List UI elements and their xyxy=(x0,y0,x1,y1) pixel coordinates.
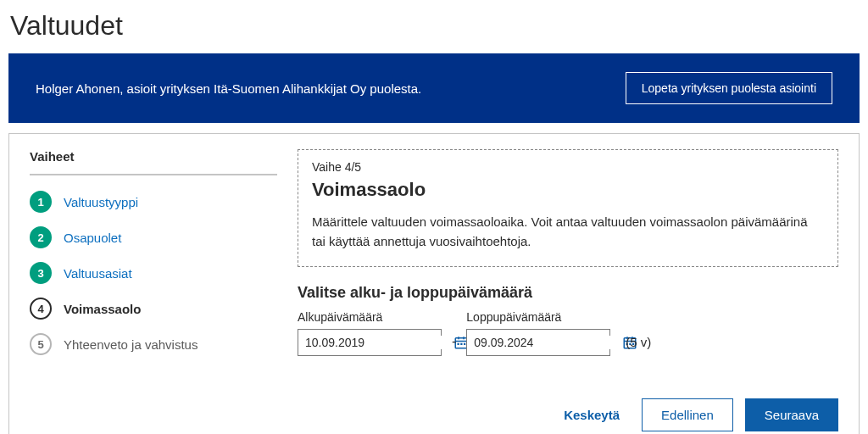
svg-rect-4 xyxy=(458,343,459,345)
step-label-3: Valtuusasiat xyxy=(64,266,132,281)
end-date-group: Loppupäivämäärä xyxy=(466,310,610,356)
step-number-1: 1 xyxy=(30,191,52,213)
step-label-4: Voimassaolo xyxy=(64,302,141,316)
step-label-5: Yhteenveto ja vahvistus xyxy=(64,337,198,352)
svg-rect-5 xyxy=(460,343,462,345)
step-label-2: Osapuolet xyxy=(64,231,121,245)
date-section-title: Valitse alku- ja loppupäivämäärä xyxy=(298,284,838,302)
date-range-separator: - xyxy=(452,334,456,356)
next-button[interactable]: Seuraava xyxy=(745,398,838,431)
step-yhteenveto[interactable]: 5 Yhteenveto ja vahvistus xyxy=(30,333,277,355)
start-date-input[interactable] xyxy=(305,336,453,349)
main-description: Määrittele valtuuden voimassaoloaika. Vo… xyxy=(312,213,824,251)
steps-list: 1 Valtuustyyppi 2 Osapuolet 3 Valtuusasi… xyxy=(30,191,277,355)
start-date-group: Alkupäivämäärä xyxy=(298,310,442,356)
date-row: Alkupäivämäärä - xyxy=(298,310,838,356)
steps-sidebar: Vaiheet 1 Valtuustyyppi 2 Osapuolet 3 Va… xyxy=(9,134,298,434)
step-label-1: Valtuustyyppi xyxy=(64,195,138,209)
end-date-input[interactable] xyxy=(474,336,622,349)
start-date-input-wrap[interactable] xyxy=(298,329,442,356)
action-bar: Keskeytä Edellinen Seuraava xyxy=(298,398,838,431)
step-number-2: 2 xyxy=(30,226,52,248)
main-content: Vaihe 4/5 Voimassaolo Määrittele valtuud… xyxy=(298,134,859,434)
cancel-button[interactable]: Keskeytä xyxy=(554,399,630,431)
step-osapuolet[interactable]: 2 Osapuolet xyxy=(30,226,277,248)
previous-button[interactable]: Edellinen xyxy=(642,398,733,431)
end-date-label: Loppupäivämäärä xyxy=(466,310,610,324)
step-header-box: Vaihe 4/5 Voimassaolo Määrittele valtuud… xyxy=(298,149,838,267)
step-valtuustyyppi[interactable]: 1 Valtuustyyppi xyxy=(30,191,277,213)
step-number-3: 3 xyxy=(30,262,52,284)
duration-text: (5 v) xyxy=(626,335,651,356)
step-indicator: Vaihe 4/5 xyxy=(312,160,824,174)
step-valtuusasiat[interactable]: 3 Valtuusasiat xyxy=(30,262,277,284)
content-card: Vaiheet 1 Valtuustyyppi 2 Osapuolet 3 Va… xyxy=(8,133,860,434)
sidebar-title: Vaiheet xyxy=(30,149,277,175)
start-date-label: Alkupäivämäärä xyxy=(298,310,442,324)
end-date-input-wrap[interactable] xyxy=(466,329,610,356)
main-title: Voimassaolo xyxy=(312,179,824,201)
step-number-5: 5 xyxy=(30,333,52,355)
step-voimassaolo[interactable]: 4 Voimassaolo xyxy=(30,298,277,320)
acting-on-behalf-banner: Holger Ahonen, asioit yrityksen Itä-Suom… xyxy=(8,53,860,123)
banner-text: Holger Ahonen, asioit yrityksen Itä-Suom… xyxy=(36,81,421,96)
svg-rect-6 xyxy=(464,343,465,345)
page-title: Valtuudet xyxy=(10,10,860,42)
stop-acting-button[interactable]: Lopeta yrityksen puolesta asiointi xyxy=(626,72,832,104)
step-number-4: 4 xyxy=(30,298,52,320)
